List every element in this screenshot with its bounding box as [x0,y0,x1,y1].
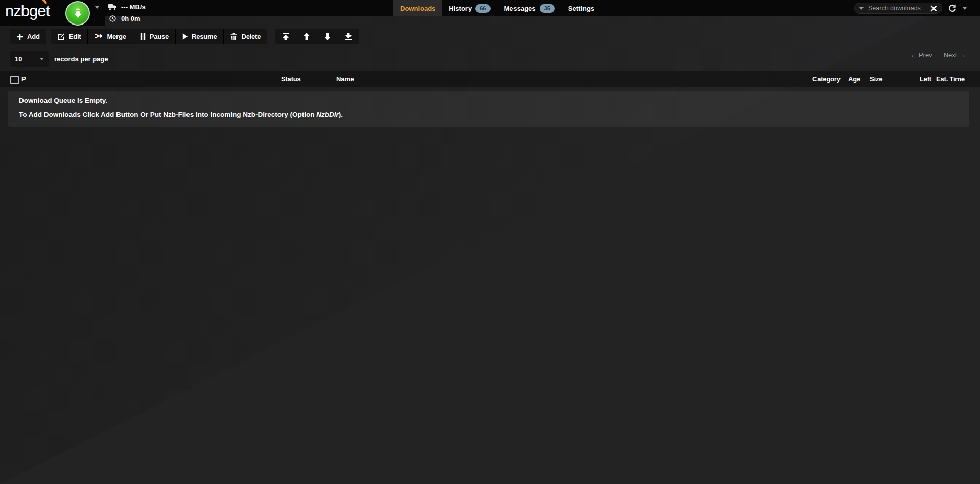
edit-button[interactable]: Edit [51,29,88,44]
column-est-time[interactable]: Est. Time [936,75,965,83]
move-down-button[interactable] [317,29,338,44]
queue-table-header: P Status Name Category Age Size Left Est… [0,71,980,87]
search-box[interactable] [854,3,942,14]
merge-button-label: Merge [107,33,126,40]
clear-search-icon[interactable] [930,5,937,12]
logo-download-button[interactable] [65,1,90,26]
records-per-page-label: records per page [54,55,108,63]
move-up-button[interactable] [296,29,317,44]
column-age[interactable]: Age [848,75,860,83]
tab-history[interactable]: History 66 [442,0,497,16]
merge-icon [95,34,103,39]
messages-count-badge: 35 [540,4,555,13]
arrow-up-icon [303,33,310,40]
time-row: 0h 0m [108,14,146,23]
speed-row: --- MB/s [108,2,146,12]
search-input[interactable] [867,4,927,12]
queue-toolbar: Add Edit Merge Pa [10,29,359,44]
nzbget-page: Downloads History 66 Messages 35 Setting… [0,0,980,484]
records-per-page-row: 10 records per page [10,51,108,67]
next-page-link[interactable]: Next → [944,51,966,59]
status-stats: --- MB/s 0h 0m [108,2,146,23]
refresh-icon[interactable] [948,4,956,12]
column-priority[interactable]: P [21,75,26,83]
pause-icon [140,33,146,40]
move-to-top-button[interactable] [275,29,296,44]
logo-menu-caret-icon[interactable] [95,6,99,9]
arrow-down-icon [324,33,331,40]
tab-messages-label: Messages [504,5,535,12]
edit-icon [58,33,65,40]
merge-button[interactable]: Merge [87,29,132,44]
tab-settings[interactable]: Settings [562,0,601,16]
move-actions-group [275,29,359,44]
search-cluster [854,0,967,16]
time-left-value: 0h 0m [121,15,141,22]
logo-block: nzbget --- MB/s [0,0,105,26]
arrow-to-bottom-icon [345,33,352,40]
move-to-bottom-button[interactable] [338,29,359,44]
add-button[interactable]: Add [10,29,46,44]
main-nav: Downloads History 66 Messages 35 Setting… [393,0,601,16]
pause-button-label: Pause [150,33,169,40]
resume-button[interactable]: Resume [175,29,223,44]
resume-button-label: Resume [192,33,217,40]
tab-settings-label: Settings [568,5,594,12]
pager: ← Prev Next → [910,51,966,59]
edit-actions-group: Edit Merge Pause Resume [51,29,268,44]
empty-queue-panel: Download Queue Is Empty. To Add Download… [8,91,969,127]
trash-icon [230,33,237,40]
tab-downloads[interactable]: Downloads [393,0,442,16]
select-caret-icon [40,58,44,60]
history-count-badge: 66 [475,4,491,13]
prev-page-link[interactable]: ← Prev [910,51,932,59]
column-left[interactable]: Left [914,75,931,83]
column-category[interactable]: Category [812,75,841,83]
delete-button-label: Delete [241,33,261,40]
records-per-page-value: 10 [15,55,22,63]
select-all-checkbox[interactable] [10,76,19,84]
plus-icon [17,34,23,40]
clock-icon[interactable] [108,15,117,22]
play-icon [182,33,188,40]
pause-button[interactable]: Pause [133,29,175,44]
delete-button[interactable]: Delete [223,29,267,44]
tab-history-label: History [449,5,472,12]
add-button-label: Add [27,33,40,40]
records-per-page-select[interactable]: 10 [10,51,49,67]
download-arrow-icon [74,8,82,19]
speed-value: --- MB/s [121,3,146,11]
arrow-to-top-icon [282,33,289,40]
tab-messages[interactable]: Messages 35 [497,0,561,16]
tab-downloads-label: Downloads [400,5,435,12]
column-status[interactable]: Status [281,75,301,83]
column-size[interactable]: Size [870,75,882,83]
speed-limit-icon[interactable] [108,4,117,10]
edit-button-label: Edit [69,33,81,40]
empty-queue-message: To Add Downloads Click Add Button Or Put… [19,111,343,118]
column-name[interactable]: Name [336,75,354,83]
search-options-caret-icon[interactable] [859,7,864,10]
empty-queue-title: Download Queue Is Empty. [19,96,107,104]
refresh-interval-caret-icon[interactable] [963,7,967,10]
